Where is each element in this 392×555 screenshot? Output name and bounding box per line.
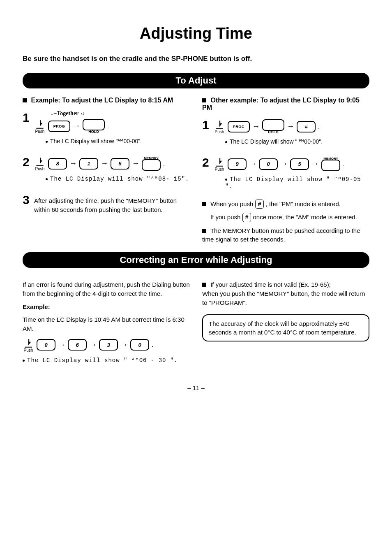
bullet-icon xyxy=(202,229,206,233)
arrow-icon: → xyxy=(311,160,319,168)
hash-button: # xyxy=(297,121,316,132)
right-column: Other example: To adjust the LC Display … xyxy=(202,97,369,248)
bullet-icon xyxy=(202,283,206,287)
arrow-icon: → xyxy=(101,159,108,168)
push-icon xyxy=(34,118,46,130)
step1-result-r: The LC Display will show " ᴾᴹ00-00". xyxy=(230,138,323,145)
arrow-icon: → xyxy=(132,159,139,168)
memory-note: The MEMORY button must be pushed accordi… xyxy=(202,227,360,243)
arrow-icon: → xyxy=(89,341,97,349)
push-label: Push xyxy=(35,167,45,171)
example-text: To adjust the LC Display to 8:15 AM xyxy=(62,97,173,104)
arrow-icon: → xyxy=(120,341,128,349)
key-5: 5 xyxy=(290,158,309,170)
key-0: 0 xyxy=(37,339,55,351)
correct-result: The LC Display will show " ᴬᴹ06 - 30 ". xyxy=(27,357,178,364)
left-column: Example: To adjust the LC Display to 8:1… xyxy=(23,97,190,248)
key-9: 9 xyxy=(228,158,247,170)
section-to-adjust: To Adjust xyxy=(23,73,369,88)
step-number-2: 2 xyxy=(23,156,34,168)
correct-example-text: Time on the LC Display is 10:49 AM but c… xyxy=(23,315,190,333)
other-example-label: Other example: xyxy=(210,97,258,104)
arrow-icon: → xyxy=(73,122,80,130)
arrow-icon: → xyxy=(249,160,256,168)
step-number-1: 1 xyxy=(23,111,34,124)
invalid-note-1: If your adjusted time is not valid (Ex. … xyxy=(210,281,331,288)
hold-label: HOLD xyxy=(88,130,99,134)
memory-button xyxy=(142,159,161,171)
step3-text: After adjusting the time, push the "MEMO… xyxy=(34,196,190,214)
prog-button: PROG xyxy=(228,121,250,132)
page-title: Adjusting Time xyxy=(23,25,369,42)
accuracy-note: The accuracy of the clock will be approx… xyxy=(202,314,369,341)
bullet-icon xyxy=(202,98,206,102)
invalid-note-2: When you push the "MEMORY" button, the m… xyxy=(202,290,365,306)
am-note-b: once more, the "AM" mode is entered. xyxy=(253,214,357,221)
intro-text: Be sure the handset is on the cradle and… xyxy=(23,55,369,63)
step-number-1: 1 xyxy=(202,119,214,131)
correct-intro: If an error is found during adjustment, … xyxy=(23,280,190,298)
hash-key-inline: # xyxy=(255,200,264,209)
key-0: 0 xyxy=(130,339,149,351)
step2-result-r: The LC Display will show " ᴾᴹ09-05 ". xyxy=(225,176,361,190)
memory-button xyxy=(321,160,340,171)
key-0: 0 xyxy=(259,158,278,170)
push-label: Push xyxy=(215,167,224,172)
key-5: 5 xyxy=(111,158,129,170)
step2-result: The LC Display will show "ᴬᴹ08- 15". xyxy=(50,176,189,182)
correct-example-label: Example: xyxy=(23,303,50,310)
push-label: Push xyxy=(215,130,224,134)
page-number: – 11 – xyxy=(23,384,369,391)
arrow-icon: → xyxy=(252,122,260,131)
pm-note-b: , the "PM" mode is entered. xyxy=(266,200,341,207)
prog-button: PROG xyxy=(48,121,70,132)
push-icon xyxy=(23,337,34,349)
push-icon xyxy=(214,119,225,130)
hold-button xyxy=(262,119,284,131)
section-correcting: Correcting an Error while Adjusting xyxy=(23,252,369,268)
key-6: 6 xyxy=(68,339,87,351)
key-1: 1 xyxy=(79,158,98,170)
arrow-icon: → xyxy=(280,160,288,168)
key-8: 8 xyxy=(48,158,67,170)
hold-button xyxy=(83,119,105,130)
arrow-icon: → xyxy=(287,122,294,131)
arrow-icon: → xyxy=(69,159,77,168)
hash-key-inline: # xyxy=(242,213,251,222)
push-icon xyxy=(34,156,46,167)
step-number-3: 3 xyxy=(23,194,34,206)
step1-result: The LC Display will show "ᴬᴹ00-00". xyxy=(50,138,142,144)
together-label: Together xyxy=(57,110,78,116)
correct-right: If your adjusted time is not valid (Ex. … xyxy=(202,276,369,368)
bullet-icon xyxy=(202,202,206,206)
hold-label: HOLD xyxy=(268,130,279,134)
push-label: Push xyxy=(35,129,45,134)
example-label: Example: xyxy=(31,97,60,104)
push-label: Push xyxy=(24,348,33,353)
correct-left: If an error is found during adjustment, … xyxy=(23,276,190,368)
bullet-icon xyxy=(23,98,27,102)
push-icon xyxy=(214,156,225,168)
step-number-2: 2 xyxy=(202,156,214,169)
key-3: 3 xyxy=(99,339,118,351)
pm-note-a: When you push xyxy=(210,200,255,207)
arrow-icon: → xyxy=(58,341,65,349)
am-note-a: If you push xyxy=(210,214,242,221)
